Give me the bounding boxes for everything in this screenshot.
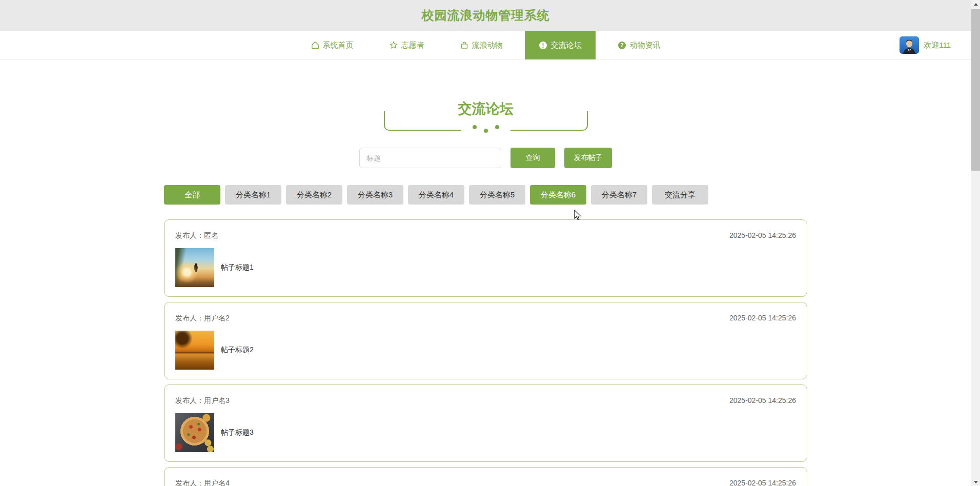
star-icon: [390, 41, 398, 49]
category-button-5[interactable]: 分类名称5: [469, 185, 525, 205]
decoration-dots: [471, 124, 501, 134]
title-search-input[interactable]: [359, 148, 501, 168]
post-timestamp: 2025-02-05 14:25:26: [729, 314, 796, 323]
post-title-link[interactable]: 帖子标题1: [221, 263, 254, 272]
category-button-3[interactable]: 分类名称3: [347, 185, 403, 205]
post-list: 发布人：匿名2025-02-05 14:25:26帖子标题1发布人：用户名220…: [164, 219, 807, 486]
user-avatar[interactable]: [900, 36, 919, 54]
post-thumbnail-pizza: [175, 413, 214, 452]
question-circle-icon: ?: [618, 41, 626, 50]
svg-text:?: ?: [620, 42, 623, 48]
nav-item-label: 交流论坛: [551, 40, 582, 50]
nav-item-label: 志愿者: [401, 40, 424, 50]
nav-items: 系统首页 志愿者 流浪动物 交流论坛: [0, 31, 971, 59]
post-timestamp: 2025-02-05 14:25:26: [729, 396, 796, 406]
nav-item-label: 系统首页: [323, 40, 354, 50]
category-button-6[interactable]: 分类名称6: [530, 185, 586, 205]
nav-item-news[interactable]: ? 动物资讯: [604, 31, 675, 59]
nav-item-home[interactable]: 系统首页: [297, 31, 368, 59]
post-title-link[interactable]: 帖子标题2: [221, 346, 254, 355]
page-title: 交流论坛: [0, 99, 971, 118]
category-button-8[interactable]: 交流分享: [652, 185, 708, 205]
post-card-2[interactable]: 发布人：用户名22025-02-05 14:25:26帖子标题2: [164, 302, 807, 379]
nav-item-forum[interactable]: 交流论坛: [525, 31, 596, 59]
exclamation-circle-icon: [539, 41, 547, 50]
post-timestamp: 2025-02-05 14:25:26: [729, 479, 796, 486]
post-title-link[interactable]: 帖子标题3: [221, 428, 254, 437]
post-publisher: 发布人：匿名: [175, 231, 218, 240]
category-button-1[interactable]: 分类名称1: [225, 185, 281, 205]
bag-icon: [460, 41, 468, 49]
app-title: 校园流浪动物管理系统: [422, 7, 550, 24]
post-thumbnail-runner-sunset: [175, 248, 214, 287]
category-button-0[interactable]: 全部: [164, 185, 220, 205]
post-card-1[interactable]: 发布人：匿名2025-02-05 14:25:26帖子标题1: [164, 219, 807, 297]
welcome-text: 欢迎111: [924, 40, 951, 50]
category-button-4[interactable]: 分类名称4: [408, 185, 464, 205]
scrollbar-thumb[interactable]: [971, 9, 980, 171]
home-icon: [311, 41, 319, 49]
main-nav: 系统首页 志愿者 流浪动物 交流论坛: [0, 31, 971, 59]
category-button-2[interactable]: 分类名称2: [286, 185, 342, 205]
nav-item-animals[interactable]: 流浪动物: [446, 31, 517, 59]
scrollbar-down-arrow[interactable]: [971, 478, 980, 486]
post-publisher: 发布人：用户名3: [175, 396, 230, 406]
search-row: 查询 发布帖子: [0, 148, 971, 168]
post-publisher: 发布人：用户名4: [175, 479, 230, 486]
post-card-3[interactable]: 发布人：用户名32025-02-05 14:25:26帖子标题3: [164, 384, 807, 462]
create-post-button[interactable]: 发布帖子: [564, 148, 612, 168]
vertical-scrollbar[interactable]: [971, 0, 980, 486]
nav-item-label: 流浪动物: [472, 40, 503, 50]
app-header: 校园流浪动物管理系统: [0, 0, 971, 31]
nav-item-label: 动物资讯: [630, 40, 661, 50]
category-button-7[interactable]: 分类名称7: [591, 185, 647, 205]
post-publisher: 发布人：用户名2: [175, 314, 230, 323]
scrollbar-up-arrow[interactable]: [971, 0, 980, 8]
nav-user-area: 欢迎111: [900, 31, 951, 59]
page: 校园流浪动物管理系统 系统首页 志愿者 流浪动物: [0, 0, 971, 486]
nav-item-volunteer[interactable]: 志愿者: [376, 31, 438, 59]
query-button[interactable]: 查询: [511, 148, 555, 168]
post-card-4[interactable]: 发布人：用户名42025-02-05 14:25:26: [164, 467, 807, 486]
post-thumbnail-sunset-lake: [175, 331, 214, 370]
forum-main: 交流论坛 查询 发布帖子 全部分类名称1分类名称2分类名称3分类名称4分类名称5…: [0, 99, 971, 486]
category-filter-row: 全部分类名称1分类名称2分类名称3分类名称4分类名称5分类名称6分类名称7交流分…: [164, 185, 807, 205]
post-timestamp: 2025-02-05 14:25:26: [729, 231, 796, 240]
